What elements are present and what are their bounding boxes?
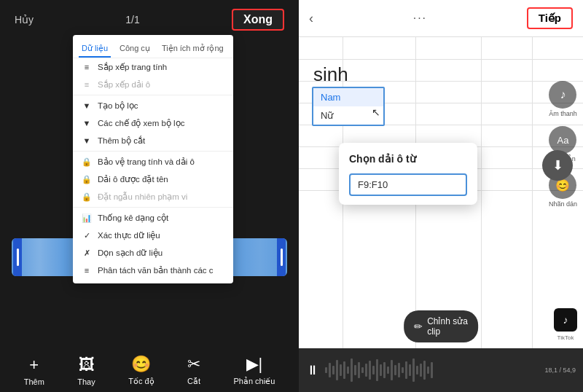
wave-bar [336, 360, 338, 380]
cancel-button[interactable]: Hủy [15, 14, 34, 26]
plus-icon: + [29, 356, 39, 375]
wave-bar [354, 365, 356, 375]
lock-icon: 🔒 [82, 157, 92, 167]
wave-bar [420, 364, 422, 377]
menu-dat-ten[interactable]: 🔒 Dải ô được đặt tên [73, 170, 233, 188]
wave-bar [380, 364, 382, 376]
menu-sap-xep-dai-o: ≡ Sắp xếp dải ô [73, 76, 233, 93]
pause-button[interactable]: ⏸ [306, 363, 319, 378]
dialog-input[interactable] [349, 173, 467, 196]
wave-bar [412, 358, 415, 382]
pencil-icon: ✏ [414, 321, 423, 332]
lock2-icon: 🔒 [82, 175, 92, 184]
left-top-bar: Hủy 1/1 Xong [0, 0, 299, 39]
floating-edit-btn[interactable]: ✏ Chỉnh sửaclip [404, 310, 478, 342]
wave-bar [391, 360, 393, 380]
wave-bar [427, 366, 429, 374]
music-icon-btn[interactable]: ♪ [549, 81, 576, 109]
toc-do-label: Tốc độ [128, 377, 154, 386]
download-icon-btn[interactable]: ⬇ [542, 150, 573, 181]
filter-icon: ▼ [82, 101, 92, 110]
toolbar-cat[interactable]: ✂ Cắt [187, 355, 200, 386]
split-icon: ≡ [82, 266, 92, 275]
lock3-icon: 🔒 [82, 192, 92, 202]
wave-bar [361, 367, 364, 373]
clean-icon: ✗ [82, 248, 92, 258]
text-icon-btn[interactable]: Aa [549, 126, 576, 154]
thay-label: Thay [77, 377, 95, 386]
wave-bar [376, 359, 378, 381]
menu-bao-ve[interactable]: 🔒 Bảo vệ trang tính và dải ô [73, 153, 233, 170]
bottom-toolbar: + Thêm 🖼 Thay 😊 Tốc độ ✂ Cắt ▶| Phản chi… [0, 346, 299, 392]
wave-bar [409, 364, 411, 376]
sticker-label: Nhãn dán [549, 200, 577, 208]
wave-bar [347, 366, 349, 374]
sort-icon: ≡ [82, 63, 92, 71]
wave-bar [416, 366, 418, 375]
handle-bar-right [281, 248, 283, 266]
toolbar-thay[interactable]: 🖼 Thay [77, 356, 95, 386]
filter3-icon: ▼ [82, 136, 92, 145]
wave-bar [365, 364, 367, 377]
menu-tao-bo-loc[interactable]: ▼ Tạo bộ lọc [73, 97, 233, 114]
handle-bar-left [17, 248, 19, 266]
menu-xac-thuc[interactable]: ✓ Xác thực dữ liệu [73, 227, 233, 244]
done-button[interactable]: Xong [232, 9, 284, 31]
tab-cong-cu[interactable]: Công cụ [117, 42, 153, 58]
wave-bar [332, 366, 334, 375]
image-icon: 🖼 [79, 356, 95, 375]
phan-chieu-label: Phản chiếu [233, 377, 275, 386]
wave-bar [405, 361, 407, 379]
wave-bar [372, 366, 375, 375]
right-top-bar: ‹ ··· Tiếp [299, 0, 583, 37]
menu-them-bo-cat[interactable]: ▼ Thêm bộ cắt [73, 132, 233, 149]
tab-du-lieu[interactable]: Dữ liệu [79, 42, 111, 58]
menu-phan-tach[interactable]: ≡ Phân tách văn bản thành các c [73, 262, 233, 279]
side-icons: ♪ Âm thanh Aa Văn bản 😊 Nhãn dán [549, 81, 577, 208]
sort2-icon: ≡ [82, 80, 92, 89]
menu-thong-ke[interactable]: 📊 Thống kê dạng cột [73, 209, 233, 227]
them-label: Thêm [24, 377, 44, 386]
emoji-icon: 😊 [131, 355, 151, 374]
left-panel: Hủy 1/1 Xong Dữ liệu Công cụ Tiện ích mở… [0, 0, 299, 392]
wave-bar [394, 365, 396, 375]
wave-bar [402, 367, 404, 373]
wave-bar [383, 362, 386, 378]
wave-bar [351, 358, 353, 382]
wave-bar [329, 363, 331, 377]
dialog-title: Chọn dải ô từ [349, 153, 467, 165]
tiktok-logo: ♪ [554, 308, 577, 332]
wave-bar [358, 362, 360, 378]
wave-bar [340, 364, 342, 376]
scissors-icon: ✂ [187, 355, 200, 374]
wave-bar [431, 362, 433, 378]
main-container: Hủy 1/1 Xong Dữ liệu Công cụ Tiện ích mở… [0, 0, 583, 392]
back-button[interactable]: ‹ [309, 11, 313, 26]
right-panel: ‹ ··· Tiếp sinh [299, 0, 583, 392]
tiep-button[interactable]: Tiếp [527, 7, 573, 29]
wave-bar [369, 361, 371, 380]
toolbar-toc-do[interactable]: 😊 Tốc độ [128, 355, 154, 386]
menu-sap-xep-trang[interactable]: ≡ Sắp xếp trang tính [73, 58, 233, 76]
wave-bar [325, 367, 327, 373]
floating-edit-label: Chỉnh sửaclip [427, 316, 468, 337]
dropdown-tabs: Dữ liệu Công cụ Tiện ích mở rộng [73, 39, 233, 58]
toolbar-them[interactable]: + Thêm [24, 356, 44, 386]
tab-tien-ich[interactable]: Tiện ích mở rộng [159, 42, 227, 58]
dropdown-menu: Dữ liệu Công cụ Tiện ích mở rộng ≡ Sắp x… [73, 35, 233, 283]
cursor-icon: ↖ [372, 106, 380, 118]
wave-bars [325, 356, 544, 385]
music-label: Âm thanh [549, 110, 577, 117]
sinh-text: sinh [313, 63, 348, 86]
chart-icon: 📊 [82, 213, 92, 223]
menu-xem-bo-loc[interactable]: ▼ Các chế độ xem bộ lọc [73, 114, 233, 132]
timeline-handle-right[interactable] [277, 238, 286, 276]
more-button[interactable]: ··· [413, 12, 427, 25]
check-icon: ✓ [82, 231, 92, 240]
menu-don-sach[interactable]: ✗ Dọn sạch dữ liệu [73, 244, 233, 262]
timeline-handle-left[interactable] [13, 238, 22, 276]
filter2-icon: ▼ [82, 119, 92, 128]
dialog-box: Chọn dải ô từ [339, 143, 477, 205]
option-nam[interactable]: Nam [313, 88, 383, 106]
toolbar-phan-chieu[interactable]: ▶| Phản chiếu [233, 355, 275, 386]
